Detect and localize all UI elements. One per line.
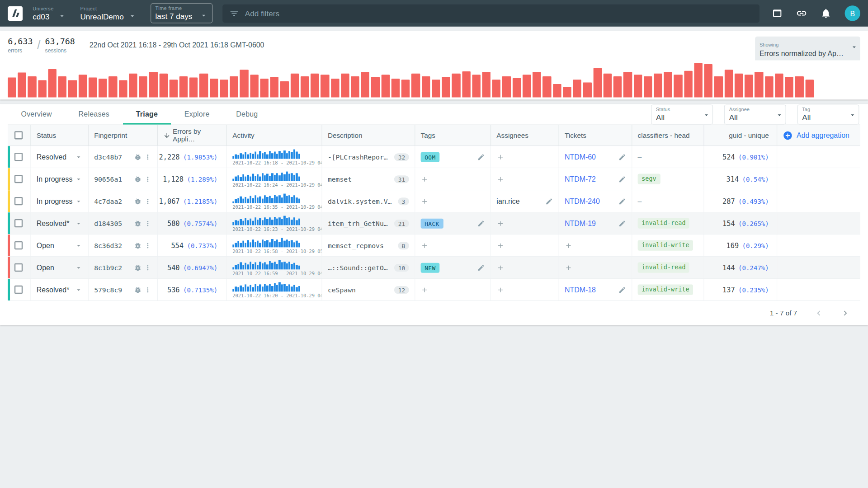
card-view-icon[interactable] [772,8,783,19]
bug-icon[interactable] [134,286,142,293]
kebab-menu-icon[interactable] [144,241,151,249]
classifier-badge[interactable]: invalid-write [638,284,693,295]
tag-badge[interactable]: NEW [421,263,439,272]
ticket-link[interactable]: NTDM-18 [565,286,596,294]
tag-filter[interactable]: Tag All [797,104,859,124]
universe-select[interactable]: Universe cd03 [33,6,66,21]
kebab-menu-icon[interactable] [144,286,151,293]
row-checkbox[interactable] [14,153,23,161]
status-dropdown[interactable]: Resolved [37,153,83,161]
row-checkbox[interactable] [14,175,23,183]
status-filter[interactable]: Status All [651,104,713,124]
column-header-guid[interactable]: guid - unique [704,125,778,145]
row-checkbox[interactable] [14,197,23,205]
add-assignee-icon[interactable] [496,286,504,293]
bug-icon[interactable] [134,175,142,183]
kebab-menu-icon[interactable] [144,175,151,183]
filters-search-bar[interactable] [223,4,760,22]
classifier-badge[interactable]: invalid-read [638,218,689,228]
kebab-menu-icon[interactable] [144,220,151,227]
add-assignee-icon[interactable] [496,263,504,271]
tab-explore[interactable]: Explore [171,104,222,124]
chevron-left-icon[interactable] [814,308,824,318]
edit-tags-icon[interactable] [477,263,485,271]
table-row[interactable]: Open 8c36d32 554(0.737%) 2021-10-22 16:5… [8,235,860,257]
classifier-badge[interactable]: segv [638,174,660,184]
status-dropdown[interactable]: Resolved* [37,286,83,294]
kebab-menu-icon[interactable] [144,153,151,161]
tag-badge[interactable]: HACK [421,218,443,228]
kebab-menu-icon[interactable] [144,263,151,271]
ticket-link[interactable]: NTDM-72 [565,175,596,183]
edit-ticket-icon[interactable] [618,175,626,183]
row-checkbox[interactable] [14,219,23,227]
timeframe-select[interactable]: Time frame last 7 days [150,3,212,23]
errors-histogram[interactable] [8,63,814,98]
row-checkbox[interactable] [14,263,23,272]
edit-ticket-icon[interactable] [618,153,626,161]
column-header-status[interactable]: Status [31,125,89,145]
edit-tags-icon[interactable] [477,153,485,161]
bug-icon[interactable] [134,263,142,271]
table-row[interactable]: In progress 90656a1 1,128(1.289%) 2021-1… [8,168,860,190]
add-assignee-icon[interactable] [496,175,504,183]
status-dropdown[interactable]: In progress [37,175,83,183]
backtrace-logo[interactable] [8,6,23,21]
table-row[interactable]: Resolved* 579c8c9 536(0.7135%) 2021-10-2… [8,279,860,301]
fingerprint-link[interactable]: d184305 [94,220,122,227]
table-row[interactable]: Resolved* d184305 580(0.7574%) 2021-10-2… [8,212,860,235]
column-header-tags[interactable]: Tags [415,125,491,145]
column-header-assignees[interactable]: Assignees [491,125,559,145]
fingerprint-link[interactable]: 4c7daa2 [94,197,122,205]
fingerprint-link[interactable]: 8c1b9c2 [94,263,122,271]
edit-ticket-icon[interactable] [618,286,626,293]
notifications-bell-icon[interactable] [821,8,831,19]
ticket-link[interactable]: NTDM-19 [565,219,596,227]
ticket-link[interactable]: NTDM-240 [565,197,600,205]
row-checkbox[interactable] [14,286,23,294]
fingerprint-link[interactable]: d3c48b7 [94,153,122,161]
column-header-tickets[interactable]: Tickets [559,125,632,145]
bug-icon[interactable] [134,153,142,161]
add-filters-input[interactable] [245,9,753,18]
add-assignee-icon[interactable] [496,241,504,249]
tag-badge[interactable]: OOM [421,152,439,162]
add-ticket-icon[interactable] [565,263,572,271]
project-select[interactable]: Project UnrealDemo [80,6,136,21]
column-header-fingerprint[interactable]: Fingerprint [89,125,158,145]
edit-assignee-icon[interactable] [545,197,553,205]
tab-debug[interactable]: Debug [223,104,271,124]
add-assignee-icon[interactable] [496,220,504,227]
add-tag-icon[interactable] [421,197,429,205]
fingerprint-link[interactable]: 579c8c9 [94,286,122,293]
add-tag-icon[interactable] [421,286,429,293]
tab-triage[interactable]: Triage [123,104,171,124]
table-row[interactable]: Open 8c1b9c2 540(0.6947%) 2021-10-22 16:… [8,257,860,279]
add-aggregation-button[interactable]: Add aggregation [783,130,849,140]
share-link-icon[interactable] [796,8,807,19]
fingerprint-link[interactable]: 90656a1 [94,175,122,183]
edit-tags-icon[interactable] [477,220,485,227]
ticket-link[interactable]: NTDM-60 [565,153,596,161]
tab-releases[interactable]: Releases [65,104,123,124]
column-header-activity[interactable]: Activity [227,125,322,145]
user-avatar[interactable]: B [845,5,860,21]
tab-overview[interactable]: Overview [8,104,65,124]
row-checkbox[interactable] [14,241,23,249]
column-header-description[interactable]: Description [322,125,415,145]
kebab-menu-icon[interactable] [144,197,151,205]
edit-ticket-icon[interactable] [618,220,626,227]
column-header-classifiers[interactable]: classifiers - head [632,125,704,145]
bug-icon[interactable] [134,197,142,205]
showing-normalization-select[interactable]: Showing Errors normalized by Applic… [755,37,860,61]
chevron-right-icon[interactable] [840,308,850,318]
assignee-name[interactable]: ian.rice [496,197,519,205]
classifier-badge[interactable]: invalid-write [638,240,693,250]
fingerprint-link[interactable]: 8c36d32 [94,241,122,249]
status-dropdown[interactable]: In progress [37,197,83,205]
assignee-filter[interactable]: Assignee All [724,104,786,124]
select-all-checkbox[interactable] [14,131,23,139]
bug-icon[interactable] [134,220,142,227]
bug-icon[interactable] [134,241,142,249]
table-row[interactable]: In progress 4c7daa2 1,067(1.2185%) 2021-… [8,190,860,212]
